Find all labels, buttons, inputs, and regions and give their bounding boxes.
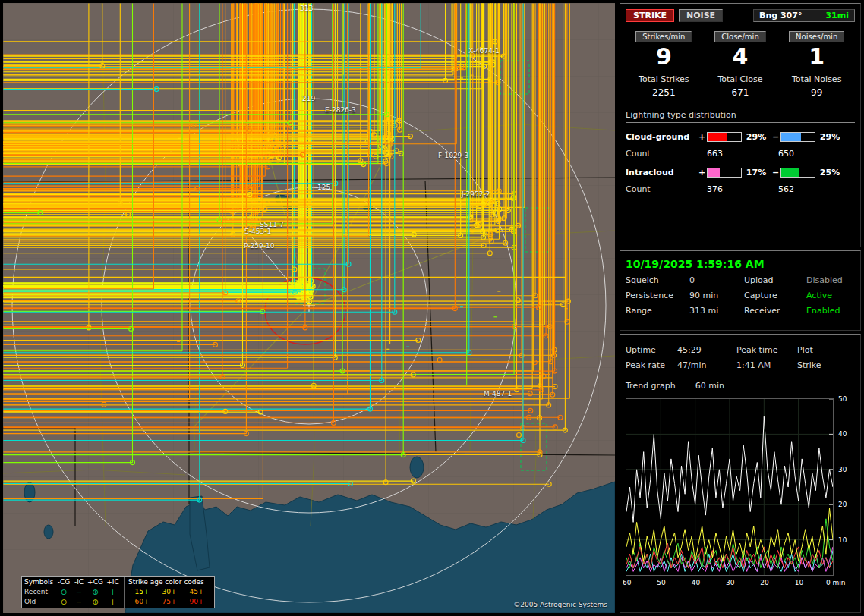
age-15: 15+: [128, 587, 156, 597]
range-value: 313 mi: [689, 306, 744, 316]
ic-plus-bar: [707, 168, 742, 178]
storm-cell-label: S-453-1: [244, 228, 271, 235]
old-pos-ic-icon: +: [104, 597, 121, 607]
ic-count-row: Count 376 562: [626, 184, 855, 194]
cloud-ground-label: Cloud-ground: [626, 132, 697, 142]
trend-x-label: 20: [760, 579, 768, 586]
upload-value: Disabled: [806, 275, 855, 285]
symbol-legend: Symbols -CG -IC +CG +IC Recent ⊖ − ⊕ + O…: [22, 577, 125, 608]
copyright-text: ©2005 Astrogenic Systems: [513, 601, 607, 608]
ic-minus-pct: 25%: [815, 168, 844, 178]
minus-sign: −: [771, 168, 780, 178]
intracloud-label: Intracloud: [626, 168, 697, 178]
persistence-label: Persistence: [626, 291, 689, 300]
cg-plus-bar: [707, 132, 742, 142]
trend-chart-canvas: [626, 398, 834, 576]
total-close-label: Total Close: [702, 74, 779, 84]
storm-cell-label: J-2952-2: [462, 190, 490, 198]
col-neg-cg: -CG: [56, 577, 71, 587]
peak-time-value: 1:41 AM: [736, 360, 797, 370]
noises-per-min-header[interactable]: Noises/min: [789, 31, 844, 42]
col-neg-ic: -IC: [71, 577, 87, 587]
plus-sign: +: [697, 168, 707, 178]
close-per-min-value: 4: [702, 42, 779, 71]
cg-minus-pct: 29%: [815, 132, 844, 142]
distribution-title: Lightning type distribution: [626, 110, 855, 123]
recent-neg-cg-icon: ⊖: [56, 587, 71, 597]
trend-graph-label: Trend graph: [626, 381, 676, 391]
plot-value: Strike: [797, 360, 855, 370]
old-pos-cg-icon: ⊕: [87, 597, 104, 607]
range-label: Range: [626, 306, 689, 316]
capture-label: Capture: [744, 291, 806, 300]
trend-y-label: 50: [838, 395, 847, 403]
strike-legend: Symbols -CG -IC +CG +IC Recent ⊖ − ⊕ + O…: [21, 576, 215, 608]
strike-button[interactable]: STRIKE: [626, 9, 674, 22]
ic-plus-pct: 17%: [742, 168, 771, 178]
old-neg-ic-icon: −: [71, 597, 87, 607]
total-noises-value: 99: [778, 87, 855, 98]
bearing-range: 31mi: [825, 11, 849, 20]
ic-plus-count: 376: [707, 184, 778, 194]
cloud-ground-row: Cloud-ground + 29% − 29%: [626, 132, 855, 142]
noise-button[interactable]: NOISE: [679, 9, 723, 22]
cg-minus-fill: [781, 133, 801, 141]
trend-y-label: 30: [838, 466, 847, 473]
trend-y-label: 10: [838, 536, 847, 544]
persistence-value: 90 min: [689, 291, 744, 300]
strikes-per-min-header[interactable]: Strikes/min: [635, 31, 692, 42]
counters-section: STRIKE NOISE Bng 307° 31mi Strikes/min 9…: [620, 3, 861, 247]
storm-cell-label: E-2826-3: [325, 106, 356, 114]
peak-rate-label: Peak rate: [626, 360, 677, 370]
info-row: Uptime 45:29 Peak time Plot: [626, 345, 855, 355]
trend-x-label: 40: [692, 579, 700, 586]
trend-section: Uptime 45:29 Peak time Plot Peak rate 47…: [620, 334, 861, 613]
cg-minus-count: 650: [778, 149, 855, 159]
trend-x-label: 0 min: [826, 579, 846, 586]
uptime-label: Uptime: [626, 345, 677, 355]
status-row: Range 313 mi Receiver Enabled: [626, 306, 855, 316]
control-panel: STRIKE NOISE Bng 307° 31mi Strikes/min 9…: [620, 3, 861, 613]
age-75: 75+: [156, 597, 183, 607]
symbols-title: Symbols: [24, 577, 56, 587]
cg-count-row: Count 663 650: [626, 149, 855, 159]
status-row: Persistence 90 min Capture Active: [626, 291, 855, 300]
ic-minus-bar: [780, 168, 815, 178]
map-view[interactable]: 313219125X-4674-1E-2826-3F-1029-3J-2952-…: [3, 3, 615, 613]
upload-label: Upload: [744, 275, 806, 285]
cg-plus-fill: [708, 133, 727, 141]
recent-neg-ic-icon: −: [71, 587, 87, 597]
age-90: 90+: [183, 597, 210, 607]
old-row-label: Old: [24, 597, 56, 607]
recent-pos-ic-icon: +: [104, 587, 121, 597]
ring-distance-label: 125: [317, 184, 330, 191]
receiver-value: Enabled: [806, 306, 855, 316]
cg-plus-pct: 29%: [742, 132, 771, 142]
bearing-value: Bng 307°: [759, 11, 802, 20]
trend-y-label: 40: [838, 430, 847, 438]
squelch-value: 0: [689, 275, 744, 285]
storm-cell-label: P-259-10: [244, 242, 274, 250]
strikes-per-min-value: 9: [626, 42, 702, 71]
ic-minus-fill: [781, 168, 799, 177]
info-row: Peak rate 47/min 1:41 AM Strike: [626, 360, 855, 370]
ring-distance-label: 313: [300, 5, 313, 12]
storm-cell-label: X-4674-1: [468, 47, 500, 55]
mode-row: STRIKE NOISE Bng 307° 31mi: [626, 9, 855, 22]
total-close-value: 671: [702, 87, 779, 98]
ic-plus-fill: [708, 168, 720, 177]
close-per-min-header[interactable]: Close/min: [714, 31, 765, 42]
age-45: 45+: [183, 587, 210, 597]
recent-pos-cg-icon: ⊕: [87, 587, 104, 597]
col-pos-ic: +IC: [104, 577, 121, 587]
trend-graph: 50403020106050403020100 min: [626, 398, 855, 600]
age-60: 60+: [128, 597, 156, 607]
cg-minus-bar: [780, 132, 815, 142]
datetime-display: 10/19/2025 1:59:16 AM: [626, 258, 855, 270]
recent-row-label: Recent: [24, 587, 56, 597]
uptime-value: 45:29: [677, 345, 736, 355]
age-codes-title: Strike age color codes: [128, 577, 210, 587]
noises-per-min-value: 1: [778, 42, 855, 71]
receiver-label: Receiver: [744, 306, 806, 316]
rate-columns: Strikes/min 9 Total Strikes 2251 Close/m…: [626, 31, 855, 98]
